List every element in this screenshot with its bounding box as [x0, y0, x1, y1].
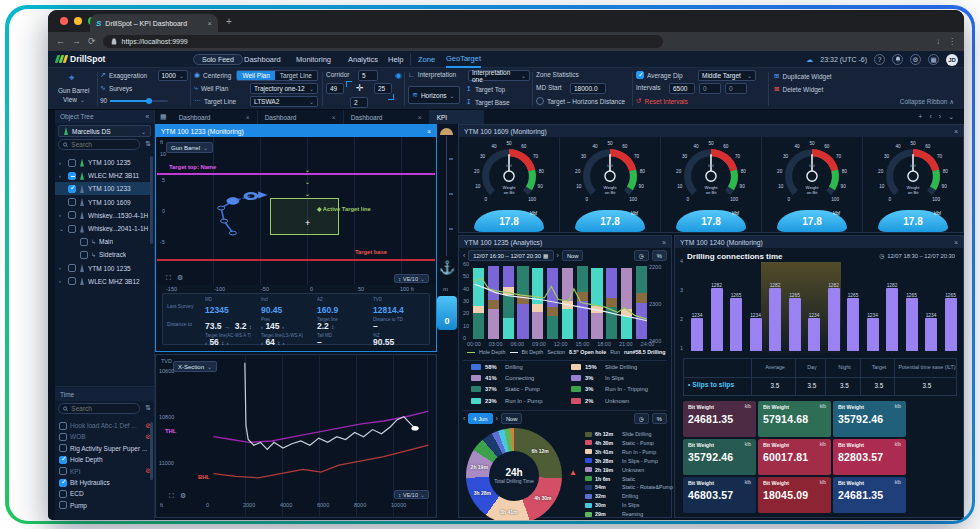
add-dashboard-icon[interactable]: +: [918, 113, 922, 121]
target-top-button[interactable]: Target Top: [475, 86, 505, 93]
target-horizons-checkbox[interactable]: [536, 97, 544, 105]
md-start-input[interactable]: 18000.0: [570, 83, 606, 94]
solo-feed-button[interactable]: Solo Feed: [193, 54, 243, 65]
time-checkbox[interactable]: [59, 456, 67, 464]
time-item[interactable]: WOB⊘: [55, 431, 151, 442]
connection-bar[interactable]: [730, 298, 742, 351]
corridor-visibility-eye-icon[interactable]: ◉: [395, 71, 402, 80]
tree-checkbox[interactable]: [68, 225, 76, 233]
drilling-time-donut[interactable]: 24hTotal Drilling Time 6h 12m4h 30m3h 41…: [466, 428, 562, 520]
tree-item[interactable]: ↳Main: [55, 235, 151, 248]
time-checkbox[interactable]: [59, 433, 67, 441]
tree-item[interactable]: ↳Sidetrack: [55, 248, 151, 261]
duplicate-widget-button[interactable]: ⊞Duplicate Widget: [774, 72, 832, 80]
time-scrollbar[interactable]: [150, 422, 153, 480]
wob-gauge[interactable]: 0102030405060708090100klbfWeighton Bit17…: [660, 137, 761, 232]
wob-gauge[interactable]: 0102030405060708090100klbfWeighton Bit17…: [761, 137, 862, 232]
bit-weight-tile[interactable]: Bit Weightklb35792.46: [683, 439, 756, 475]
tree-checkbox[interactable]: [68, 198, 76, 206]
time-item[interactable]: Rig Activity Super Puper ...: [55, 443, 151, 454]
now-button[interactable]: Now: [562, 250, 584, 261]
gunbarrel-chart[interactable]: Gun Barrel⌄ ft 10 5 0 -5 Target top: Nam…: [157, 137, 435, 285]
scroll-tabs-right-icon[interactable]: ›: [939, 113, 941, 121]
average-dip-checkbox[interactable]: [636, 71, 644, 79]
bit-weight-tile[interactable]: Bit Weightklb35792.46: [833, 401, 906, 437]
close-widget-icon[interactable]: ×: [954, 239, 958, 246]
corridor-left-input[interactable]: 49: [326, 83, 344, 94]
connection-bar[interactable]: [828, 288, 840, 351]
connection-bar[interactable]: [750, 318, 762, 351]
sort-icon[interactable]: ⇅: [145, 404, 151, 412]
day-prev-icon[interactable]: ‹: [463, 415, 465, 422]
bit-weight-tile[interactable]: Bit Weightklb60017.81: [758, 439, 831, 475]
chart-settings-gear-icon[interactable]: ⚙: [177, 274, 183, 282]
ribbon-gun-barrel-section[interactable]: ⌖ Gun Barrel View⌄: [55, 68, 95, 110]
close-window-button[interactable]: [60, 17, 68, 25]
ve-dropdown[interactable]: ↕ VE/10 ⌄: [394, 274, 429, 283]
connection-bar[interactable]: [808, 318, 820, 351]
interval-input-3[interactable]: 0: [725, 83, 747, 94]
well-plan-dropdown[interactable]: Trajectory one-12⌄: [250, 83, 318, 94]
tree-item[interactable]: YTM 100 1609: [55, 196, 151, 209]
collapse-ribbon-button[interactable]: Collapse Ribbon ∧: [900, 98, 954, 106]
bit-weight-tile[interactable]: Bit Weightklb82803.57: [833, 439, 906, 475]
close-tab-icon[interactable]: ×: [207, 19, 212, 28]
sort-icon[interactable]: ⇅: [145, 140, 151, 148]
close-widget-icon[interactable]: ×: [954, 128, 958, 135]
interval-input-2[interactable]: 0: [699, 83, 721, 94]
address-bar[interactable]: https://localhost:9999: [103, 35, 663, 48]
tree-item[interactable]: ›WLEC MHZ 3B11: [55, 169, 151, 182]
browser-menu-icon[interactable]: ⋮: [948, 37, 956, 46]
tree-checkbox[interactable]: [68, 159, 76, 167]
dataset-dropdown[interactable]: Marcellus DS⌄: [58, 125, 151, 137]
time-checkbox[interactable]: [59, 501, 67, 509]
tree-checkbox[interactable]: [68, 185, 76, 193]
time-mode-icon[interactable]: ◷: [634, 413, 649, 424]
time-checkbox[interactable]: [59, 490, 67, 498]
tree-item[interactable]: ›YTM 100 1235: [55, 262, 151, 275]
time-item[interactable]: KPI⊘: [55, 466, 151, 477]
tree-item[interactable]: ›WLEC MHZ 3B12: [55, 275, 151, 288]
tree-item[interactable]: YTM 100 1233: [55, 182, 151, 195]
expander-icon[interactable]: ›: [59, 160, 65, 166]
tree-item[interactable]: ⌄Whiskey...2041-1-1H: [55, 222, 151, 235]
time-item[interactable]: ECD: [55, 488, 151, 499]
time-item[interactable]: Hole Depth: [55, 454, 151, 465]
date-range[interactable]: 12/07 18:30 – 12/07 20:30: [887, 253, 955, 259]
connection-bar[interactable]: [847, 298, 859, 351]
date-range-picker[interactable]: 12/07 16:30 – 12/07 20:30 ▦: [468, 250, 553, 261]
tab-kpi[interactable]: KPI: [430, 110, 484, 124]
wob-gauge[interactable]: 0102030405060708090100klbfWeighton Bit17…: [862, 137, 963, 232]
tree-scrollbar[interactable]: [150, 156, 153, 244]
surveys-slider[interactable]: [110, 100, 168, 102]
menu-help[interactable]: Help: [388, 51, 403, 68]
tree-checkbox[interactable]: [68, 264, 76, 272]
back-button[interactable]: ←: [56, 37, 65, 46]
close-tab-icon[interactable]: ×: [418, 114, 422, 121]
horizons-button[interactable]: ≋Horizons⌄: [408, 86, 460, 104]
close-widget-icon[interactable]: ×: [662, 239, 666, 246]
tab-dashboard[interactable]: Dashboard×: [344, 110, 430, 124]
tree-checkbox[interactable]: [68, 277, 76, 285]
range-prev-icon[interactable]: ‹: [463, 252, 465, 259]
bit-weight-tile[interactable]: Bit Weightklb24681.35: [833, 477, 906, 513]
expander-icon[interactable]: ›: [59, 173, 65, 179]
time-checkbox[interactable]: [59, 479, 67, 487]
expander-icon[interactable]: ⌄: [59, 225, 65, 232]
close-widget-icon[interactable]: ×: [427, 128, 431, 135]
now-button[interactable]: Now: [501, 413, 523, 424]
ve-dropdown[interactable]: ↕ VE/10 ⌄: [394, 490, 429, 499]
percent-mode-icon[interactable]: %: [652, 250, 667, 261]
menu-monitoring[interactable]: Monitoring: [296, 51, 331, 68]
connection-bar[interactable]: [867, 318, 879, 351]
notifications-bell-icon[interactable]: [892, 54, 903, 65]
interpretation-dropdown[interactable]: Interpretation one⌄: [468, 70, 530, 81]
interval-input-1[interactable]: 6500: [669, 83, 695, 94]
connection-bar[interactable]: [769, 288, 781, 351]
time-checkbox[interactable]: [59, 444, 67, 452]
tree-checkbox[interactable]: [68, 211, 76, 219]
menu-zone[interactable]: Zone: [418, 51, 435, 68]
connection-bar[interactable]: [886, 288, 898, 351]
range-next-icon[interactable]: ›: [557, 252, 559, 259]
time-checkbox[interactable]: [59, 467, 67, 475]
